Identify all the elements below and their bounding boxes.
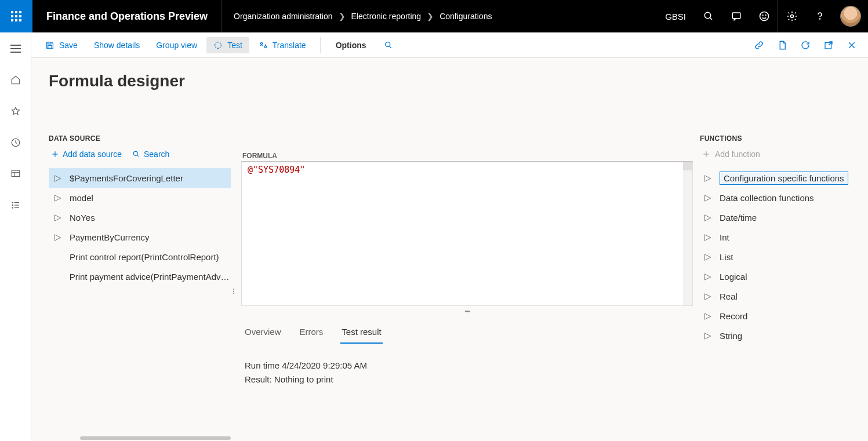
toolbar-search-button[interactable] [377, 37, 400, 53]
tree-item[interactable]: ▷ Print control report(PrintControlRepor… [49, 247, 231, 267]
caret-right-icon[interactable]: ▷ [703, 291, 713, 301]
add-datasource-button[interactable]: Add data source [51, 150, 122, 159]
search-button[interactable] [694, 0, 722, 32]
question-icon [815, 11, 825, 21]
group-view-button[interactable]: Group view [149, 37, 204, 53]
show-details-button[interactable]: Show details [87, 37, 147, 53]
tree-item[interactable]: ▷ PaymentByCurrency [49, 227, 231, 247]
rail-modules[interactable] [6, 196, 25, 214]
close-button[interactable] [842, 36, 861, 54]
tree-item[interactable]: ▷ $PaymentsForCoveringLetter [49, 168, 231, 188]
popout-button[interactable] [819, 36, 838, 54]
formula-editor[interactable]: @"SYS70894" [241, 161, 693, 306]
caret-right-icon[interactable]: ▷ [703, 271, 713, 282]
function-category[interactable]: ▷ Data collection functions [700, 188, 858, 207]
function-category[interactable]: ▷ Real [700, 286, 858, 306]
caret-right-icon[interactable]: ▷ [53, 193, 63, 202]
function-category-label: Logical [720, 272, 747, 282]
function-category[interactable]: ▷ Record [700, 306, 858, 326]
rail-recent[interactable] [6, 133, 25, 152]
svg-point-15 [790, 15, 793, 18]
search-datasource-label: Search [144, 150, 169, 159]
tree-item[interactable]: ▷ Print payment advice(PrintPaymentAdvic… [49, 267, 231, 286]
svg-rect-2 [19, 11, 21, 13]
function-category[interactable]: ▷ Logical [700, 267, 858, 286]
rail-workspaces[interactable] [6, 165, 25, 183]
refresh-dashed-icon [213, 41, 223, 50]
caret-right-icon[interactable]: ▷ [703, 330, 713, 341]
translate-label: Translate [273, 41, 306, 50]
rail-favorites[interactable] [6, 102, 25, 121]
horizontal-scrollbar[interactable] [31, 435, 868, 441]
function-category[interactable]: ▷ Configuration specific functions [700, 168, 858, 188]
caret-right-icon[interactable]: ▷ [703, 232, 713, 242]
caret-right-icon[interactable]: ▷ [703, 192, 713, 203]
caret-right-icon[interactable]: ▷ [53, 213, 63, 222]
caret-right-icon[interactable]: ▷ [703, 252, 713, 262]
main-area: Save Show details Group view Test Transl… [31, 32, 868, 441]
breadcrumb-item[interactable]: Organization administration [234, 12, 332, 21]
function-category[interactable]: ▷ Int [700, 227, 858, 247]
formula-scrollbar[interactable] [683, 162, 692, 305]
caret-right-icon[interactable]: ▷ [53, 232, 63, 242]
svg-line-40 [137, 155, 139, 156]
caret-right-icon[interactable]: ▷ [703, 212, 713, 223]
clock-icon [10, 137, 21, 148]
caret-right-icon[interactable]: ▷ [703, 311, 713, 321]
show-details-label: Show details [94, 41, 140, 50]
svg-rect-5 [19, 15, 21, 17]
tree-item-label: $PaymentsForCoveringLetter [70, 173, 183, 183]
vertical-splitter[interactable]: ⫶ [231, 285, 235, 297]
tree-item[interactable]: ▷ NoYes [49, 207, 231, 227]
star-icon [10, 106, 21, 116]
refresh-button[interactable] [796, 36, 815, 54]
test-button[interactable]: Test [206, 37, 249, 53]
help-button[interactable] [805, 0, 833, 32]
add-function-label: Add function [715, 150, 760, 159]
group-view-label: Group view [156, 41, 197, 50]
attach-button[interactable] [750, 36, 768, 54]
tab-test-result[interactable]: Test result [340, 323, 382, 344]
messages-button[interactable] [722, 0, 750, 32]
function-category[interactable]: ▷ String [700, 326, 858, 345]
action-bar: Save Show details Group view Test Transl… [31, 32, 868, 58]
breadcrumb-item[interactable]: Configurations [440, 12, 492, 21]
docs-button[interactable] [773, 36, 791, 54]
breadcrumb: Organization administration ❯ Electronic… [222, 12, 503, 21]
function-category[interactable]: ▷ List [700, 247, 858, 267]
company-code[interactable]: GBSI [657, 12, 694, 21]
rail-hamburger[interactable] [6, 39, 25, 58]
caret-right-icon[interactable]: ▷ [703, 173, 713, 183]
plus-icon [51, 150, 59, 158]
content-area: Formula designer DATA SOURCE Add data so… [31, 58, 868, 435]
waffle-icon [11, 11, 21, 21]
tree-item[interactable]: ▷ model [49, 188, 231, 207]
function-category-label: Configuration specific functions [720, 172, 848, 185]
svg-rect-11 [732, 13, 740, 19]
formula-string: "SYS70894" [253, 165, 305, 175]
settings-button[interactable] [778, 0, 805, 32]
breadcrumb-item[interactable]: Electronic reporting [351, 12, 422, 21]
options-button[interactable]: Options [328, 37, 375, 53]
translate-button[interactable]: Translate [252, 37, 313, 53]
horizontal-splitter[interactable]: ━ [241, 306, 693, 316]
tab-overview[interactable]: Overview [244, 323, 282, 344]
tree-item-label: NoYes [70, 213, 95, 223]
search-datasource-button[interactable]: Search [132, 150, 169, 159]
svg-point-26 [12, 205, 13, 206]
action-bar-right [750, 36, 861, 54]
save-button[interactable]: Save [38, 37, 85, 53]
caret-right-icon[interactable]: ▷ [53, 173, 63, 183]
tab-errors[interactable]: Errors [299, 323, 325, 344]
separator [320, 37, 321, 53]
datasource-tree: ▷ $PaymentsForCoveringLetter ▷ model ▷ N… [49, 168, 231, 286]
result-runtime: Run time 4/24/2020 9:29:05 AM [245, 359, 689, 373]
rail-home[interactable] [6, 71, 25, 89]
waffle-launcher[interactable] [0, 0, 32, 32]
scrollbar-thumb[interactable] [80, 436, 231, 440]
user-avatar[interactable] [840, 6, 861, 27]
svg-rect-30 [48, 42, 51, 43]
function-category[interactable]: ▷ Date/time [700, 207, 858, 227]
feedback-button[interactable] [750, 0, 778, 32]
result-value: Result: Nothing to print [245, 373, 689, 387]
